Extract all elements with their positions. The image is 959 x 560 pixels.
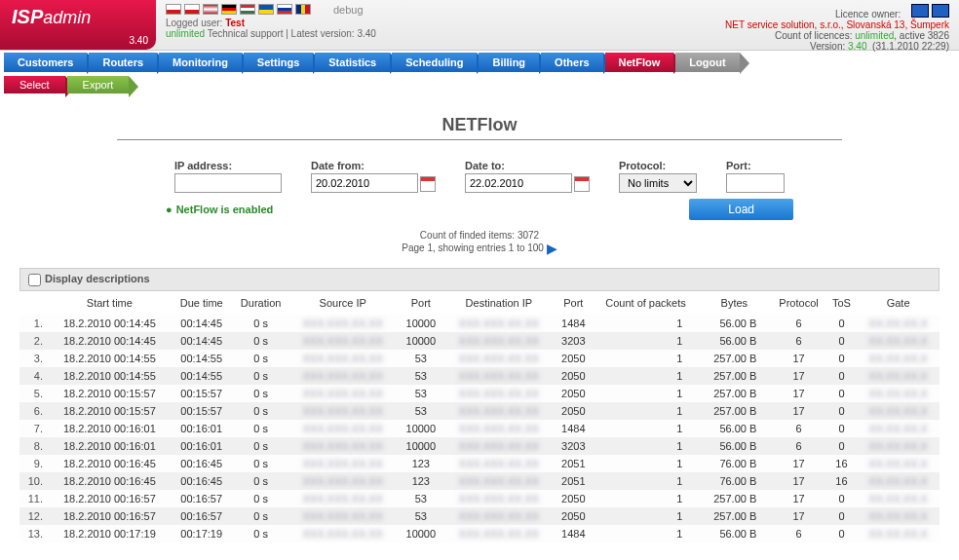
- cell-protocol: 17: [771, 507, 825, 525]
- table-row[interactable]: 4.18.2.2010 00:14:5500:14:550 sXXX.XXX.X…: [19, 367, 940, 385]
- cell-gate: XX.XX.XX.X: [857, 332, 940, 350]
- table-row[interactable]: 13.18.2.2010 00:17:1900:17:190 sXXX.XXX.…: [19, 525, 940, 542]
- display-descriptions-bar: Display descriptions: [19, 268, 940, 291]
- column-header[interactable]: Due time: [171, 291, 233, 315]
- cell-dest-ip: XXX.XXX.XX.XX: [445, 332, 553, 350]
- column-header[interactable]: Protocol: [771, 291, 825, 315]
- cell-gate: XX.XX.XX.X: [857, 315, 940, 332]
- flag-cz-icon[interactable]: [166, 4, 181, 15]
- table-row[interactable]: 3.18.2.2010 00:14:5500:14:550 sXXX.XXX.X…: [19, 350, 940, 367]
- cell-packets: 1: [595, 402, 698, 420]
- load-button[interactable]: Load: [689, 199, 793, 220]
- nav-tab-routers[interactable]: Routers: [89, 53, 157, 72]
- licence-owner-link[interactable]: NET service solution, s.r.o., Slovanská …: [725, 19, 949, 30]
- cell-bytes: 56.00 B: [697, 420, 771, 437]
- cell-due: 00:15:57: [171, 385, 233, 402]
- cell-packets: 1: [595, 420, 698, 437]
- calendar-icon[interactable]: [420, 176, 436, 192]
- calendar-icon[interactable]: [574, 176, 590, 192]
- next-page-icon[interactable]: ▶: [547, 241, 557, 256]
- cell-dport: 1484: [553, 525, 595, 542]
- cell-gate: XX.XX.XX.X: [857, 350, 940, 367]
- nav-tab-logout[interactable]: Logout: [675, 53, 739, 72]
- cell-sport: 10000: [397, 437, 445, 455]
- cell-dest-ip: XXX.XXX.XX.XX: [445, 420, 553, 437]
- nav-tab-billing[interactable]: Billing: [479, 53, 539, 72]
- cell-packets: 1: [595, 455, 698, 472]
- column-header[interactable]: Bytes: [697, 291, 771, 315]
- column-header[interactable]: ToS: [826, 291, 857, 315]
- debug-label[interactable]: debug: [333, 4, 364, 16]
- subnav-tab-export[interactable]: Export: [67, 76, 130, 93]
- cell-protocol: 6: [771, 315, 825, 332]
- column-header[interactable]: Start time: [49, 291, 171, 315]
- nav-tab-others[interactable]: Others: [541, 53, 602, 72]
- cell-gate: XX.XX.XX.X: [857, 420, 940, 437]
- table-row[interactable]: 12.18.2.2010 00:16:5700:16:570 sXXX.XXX.…: [19, 507, 940, 525]
- cell-dport: 3203: [553, 437, 595, 455]
- nav-tab-statistics[interactable]: Statistics: [315, 53, 390, 72]
- flag-ru-icon[interactable]: [277, 4, 292, 15]
- cell-bytes: 257.00 B: [697, 402, 771, 420]
- cell-due: 00:16:45: [171, 455, 233, 472]
- cell-dport: 2050: [553, 507, 595, 525]
- table-row[interactable]: 7.18.2.2010 00:16:0100:16:010 sXXX.XXX.X…: [19, 420, 940, 437]
- column-header[interactable]: Destination IP: [445, 291, 553, 315]
- flag-hu-icon[interactable]: [240, 4, 255, 15]
- monitor-icon[interactable]: [932, 4, 949, 18]
- table-row[interactable]: 8.18.2.2010 00:16:0100:16:010 sXXX.XXX.X…: [19, 437, 940, 455]
- flag-de-icon[interactable]: [221, 4, 237, 15]
- cell-bytes: 56.00 B: [697, 315, 771, 332]
- nav-tab-monitoring[interactable]: Monitoring: [159, 53, 242, 72]
- cell-due: 00:15:57: [171, 402, 233, 420]
- nav-tab-netflow[interactable]: NetFlow: [605, 53, 674, 72]
- flag-sk-icon[interactable]: [184, 4, 200, 15]
- table-row[interactable]: 6.18.2.2010 00:15:5700:15:570 sXXX.XXX.X…: [19, 402, 940, 420]
- port-input[interactable]: [726, 173, 785, 193]
- flag-us-icon[interactable]: [203, 4, 218, 15]
- date-from-input[interactable]: [311, 173, 418, 193]
- status-row: NetFlow is enabled Load: [166, 199, 793, 220]
- nav-tab-customers[interactable]: Customers: [4, 53, 87, 72]
- column-header[interactable]: Gate: [857, 291, 940, 315]
- nav-tab-settings[interactable]: Settings: [244, 53, 313, 72]
- table-row[interactable]: 9.18.2.2010 00:16:4500:16:450 sXXX.XXX.X…: [19, 455, 940, 472]
- table-row[interactable]: 2.18.2.2010 00:14:4500:14:450 sXXX.XXX.X…: [19, 332, 940, 350]
- flag-ro-icon[interactable]: [295, 4, 311, 15]
- protocol-select[interactable]: No limits: [619, 173, 697, 193]
- content: NETFlow IP address: Date from: Date to: …: [0, 95, 959, 552]
- table-row[interactable]: 5.18.2.2010 00:15:5700:15:570 sXXX.XXX.X…: [19, 385, 940, 402]
- date-to-label: Date to:: [465, 160, 590, 171]
- flag-ua-icon[interactable]: [258, 4, 274, 15]
- subnav-tab-select[interactable]: Select: [4, 76, 65, 93]
- column-header[interactable]: Port: [553, 291, 595, 315]
- support-line: unlimited Technical support | Latest ver…: [166, 28, 706, 39]
- display-descriptions-checkbox[interactable]: [28, 274, 41, 286]
- page-title: NETFlow: [117, 115, 842, 140]
- table-row[interactable]: 11.18.2.2010 00:16:5700:16:570 sXXX.XXX.…: [19, 490, 940, 507]
- monitor-icon[interactable]: [911, 4, 929, 18]
- cell-protocol: 17: [771, 402, 825, 420]
- cell-source-ip: XXX.XXX.XX.XX: [289, 472, 397, 490]
- licence-count-val: unlimited: [855, 30, 894, 41]
- column-header[interactable]: Count of packets: [595, 291, 698, 315]
- cell-gate: XX.XX.XX.X: [857, 507, 940, 525]
- cell-duration: 0 s: [233, 402, 289, 420]
- filter-port: Port:: [726, 160, 785, 193]
- logged-user: Test: [225, 18, 245, 28]
- cell-duration: 0 s: [233, 472, 289, 490]
- cell-bytes: 257.00 B: [697, 385, 771, 402]
- nav-tab-scheduling[interactable]: Scheduling: [392, 53, 477, 72]
- ip-input[interactable]: [174, 173, 282, 193]
- column-header[interactable]: Source IP: [289, 291, 397, 315]
- cell-tos: 0: [826, 525, 857, 542]
- date-to-input[interactable]: [465, 173, 572, 193]
- cell-due: 00:16:01: [171, 420, 233, 437]
- column-header[interactable]: Port: [397, 291, 445, 315]
- table-row[interactable]: 1.18.2.2010 00:14:4500:14:450 sXXX.XXX.X…: [19, 315, 940, 332]
- table-row[interactable]: 10.18.2.2010 00:16:4500:16:450 sXXX.XXX.…: [19, 472, 940, 490]
- filter-date-from: Date from:: [311, 160, 436, 193]
- cell-protocol: 6: [771, 420, 825, 437]
- column-header[interactable]: Duration: [233, 291, 289, 315]
- cell-duration: 0 s: [233, 332, 289, 350]
